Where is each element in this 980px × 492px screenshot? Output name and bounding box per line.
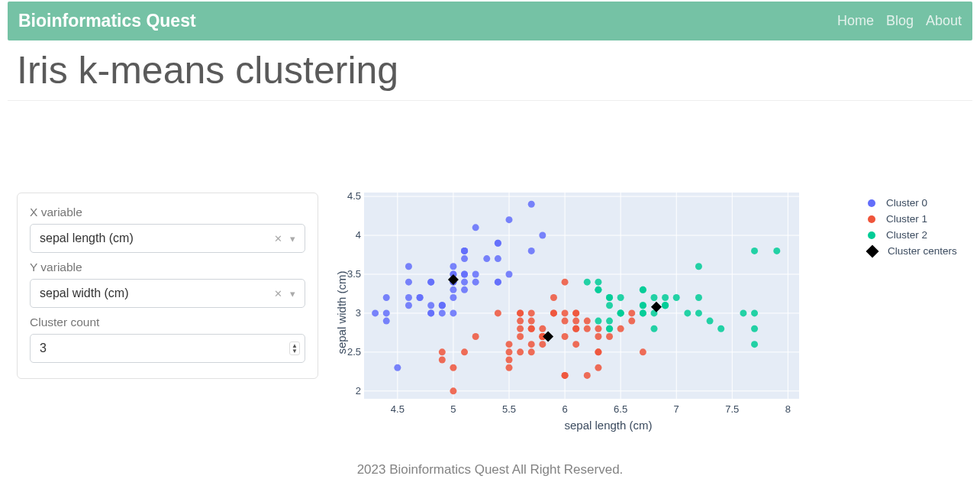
svg-point-130	[606, 294, 613, 301]
y-variable-label: Y variable	[30, 261, 305, 274]
svg-point-155	[740, 309, 746, 316]
svg-point-17	[383, 294, 390, 301]
y-tick-label: 3	[343, 307, 361, 319]
svg-point-19	[405, 302, 412, 309]
svg-point-27	[427, 302, 434, 309]
chevron-down-icon[interactable]: ▾	[290, 233, 295, 244]
svg-point-94	[550, 294, 557, 301]
svg-point-93	[550, 309, 557, 316]
x-variable-select[interactable]: sepal length (cm) ✕ ▾	[30, 224, 305, 253]
nav-link-home[interactable]: Home	[837, 13, 874, 29]
x-tick-label: 6.5	[614, 403, 627, 415]
svg-point-96	[562, 372, 569, 379]
clear-icon[interactable]: ✕	[274, 288, 282, 299]
svg-point-118	[628, 309, 635, 316]
svg-point-85	[528, 318, 535, 325]
svg-point-119	[640, 348, 646, 355]
legend: Cluster 0 Cluster 1 Cluster 2 Cluster ce…	[868, 197, 957, 261]
legend-label: Cluster 2	[886, 229, 927, 241]
x-variable-value: sepal length (cm)	[40, 231, 134, 245]
x-tick-label: 5.5	[502, 403, 516, 415]
svg-point-80	[517, 309, 524, 316]
svg-point-45	[461, 270, 468, 277]
svg-point-63	[539, 232, 546, 239]
svg-point-120	[584, 279, 591, 286]
svg-point-16	[383, 309, 390, 316]
svg-point-103	[572, 325, 579, 332]
svg-point-133	[617, 309, 624, 316]
legend-item[interactable]: Cluster 2	[868, 229, 957, 241]
nav-link-about[interactable]: About	[926, 13, 962, 29]
svg-point-72	[506, 357, 513, 364]
svg-point-153	[707, 318, 714, 325]
svg-point-21	[405, 279, 412, 286]
svg-point-58	[495, 240, 501, 247]
svg-point-147	[662, 294, 669, 301]
legend-label: Cluster 1	[886, 213, 927, 225]
number-spinner[interactable]: ▲ ▼	[289, 341, 300, 355]
svg-point-116	[617, 325, 624, 332]
x-tick-label: 5	[450, 403, 456, 415]
svg-point-97	[562, 333, 569, 340]
svg-point-150	[695, 309, 702, 316]
cluster-count-input[interactable]: 3 ▲ ▼	[30, 334, 305, 363]
svg-point-141	[651, 325, 658, 332]
svg-point-26	[427, 309, 434, 316]
legend-item[interactable]: Cluster 0	[868, 197, 957, 209]
svg-point-157	[751, 325, 758, 332]
svg-point-75	[517, 348, 524, 355]
legend-label: Cluster 0	[886, 197, 927, 209]
svg-point-36	[450, 286, 456, 293]
svg-point-71	[506, 364, 513, 371]
y-tick-label: 2	[343, 385, 361, 397]
svg-point-140	[640, 286, 646, 293]
diamond-icon	[866, 244, 879, 257]
svg-point-69	[472, 333, 479, 340]
svg-point-91	[539, 325, 546, 332]
legend-item-centers[interactable]: Cluster centers	[868, 245, 957, 257]
svg-point-100	[562, 279, 569, 286]
svg-point-159	[751, 248, 758, 254]
footer: 2023 Bioinformatics Quest All Right Rese…	[8, 462, 972, 477]
legend-swatch-1	[868, 215, 875, 223]
svg-point-22	[405, 263, 412, 270]
svg-point-110	[595, 364, 601, 371]
svg-point-64	[439, 357, 446, 364]
svg-point-112	[595, 348, 601, 355]
svg-point-114	[595, 325, 601, 332]
svg-point-30	[439, 309, 446, 316]
svg-point-107	[584, 372, 591, 379]
svg-point-70	[495, 309, 501, 316]
svg-point-127	[606, 318, 613, 325]
brand[interactable]: Bioinformatics Quest	[18, 11, 196, 31]
svg-point-134	[617, 294, 624, 301]
svg-point-43	[461, 279, 468, 286]
x-tick-label: 6	[562, 403, 567, 415]
scatter-plot[interactable]	[364, 193, 799, 399]
svg-point-156	[751, 341, 758, 348]
cluster-count-value: 3	[40, 341, 47, 355]
navbar: Bioinformatics Quest Home Blog About	[8, 2, 972, 40]
legend-item[interactable]: Cluster 1	[868, 213, 957, 225]
svg-point-151	[695, 294, 702, 301]
nav-link-blog[interactable]: Blog	[886, 13, 914, 29]
svg-point-160	[773, 248, 780, 254]
clear-icon[interactable]: ✕	[274, 233, 282, 244]
svg-point-123	[595, 286, 601, 293]
svg-point-78	[517, 318, 524, 325]
svg-point-41	[450, 263, 456, 270]
svg-point-149	[684, 309, 691, 316]
svg-point-55	[495, 279, 501, 286]
svg-point-136	[640, 309, 646, 316]
svg-point-98	[562, 318, 569, 325]
y-tick-label: 4.5	[343, 190, 361, 202]
chevron-down-icon[interactable]: ▾	[290, 288, 295, 299]
svg-point-66	[450, 387, 456, 394]
svg-point-84	[528, 325, 535, 332]
nav-links: Home Blog About	[837, 13, 962, 29]
decrement-icon[interactable]: ▼	[292, 348, 298, 354]
svg-point-61	[528, 248, 535, 254]
svg-point-124	[595, 279, 601, 286]
svg-point-106	[572, 309, 579, 316]
y-variable-select[interactable]: sepal width (cm) ✕ ▾	[30, 279, 305, 308]
